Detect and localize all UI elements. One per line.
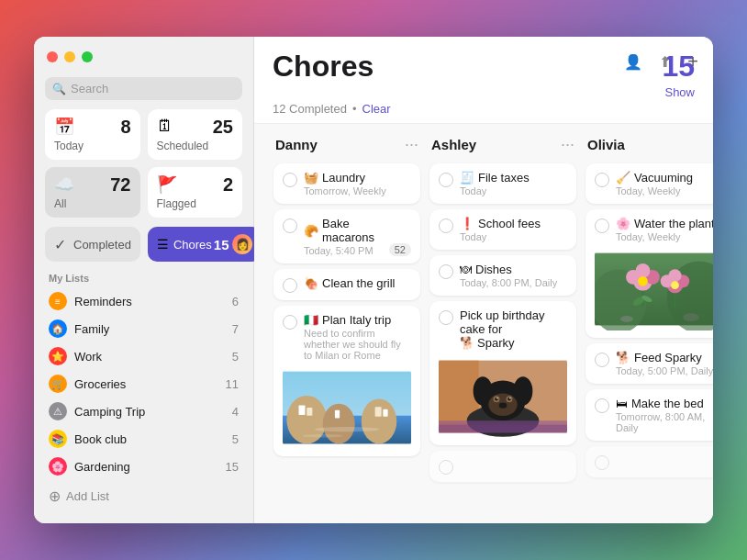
- list-item-work[interactable]: ⭐ Work 5: [45, 342, 242, 370]
- export-icon[interactable]: ⬆: [655, 48, 675, 76]
- svg-rect-27: [439, 425, 567, 433]
- task-water-plants[interactable]: 🌸 Water the plants Today, Weekly: [585, 209, 713, 338]
- svg-point-10: [315, 427, 379, 431]
- groceries-count: 11: [226, 377, 239, 391]
- family-count: 7: [232, 322, 239, 336]
- clear-button[interactable]: Clear: [362, 102, 391, 116]
- camping-dot: ⚠: [49, 402, 67, 420]
- smart-item-scheduled[interactable]: 🗓 25 Scheduled: [148, 109, 243, 160]
- completed-item[interactable]: ✓ Completed: [45, 227, 140, 262]
- smart-item-all[interactable]: ☁️ 72 All: [45, 167, 140, 218]
- svg-point-46: [683, 313, 699, 321]
- task-circle[interactable]: [283, 173, 297, 187]
- danny-more-icon[interactable]: ···: [405, 135, 418, 154]
- task-circle[interactable]: [595, 353, 609, 367]
- grill-title: Clean the grill: [322, 276, 396, 290]
- vacuuming-title: Vacuuming: [634, 171, 693, 185]
- svg-rect-5: [299, 405, 306, 415]
- task-circle[interactable]: [439, 173, 453, 187]
- list-item-reminders[interactable]: ≡ Reminders 6: [45, 287, 242, 315]
- task-circle[interactable]: [439, 264, 453, 279]
- family-name: Family: [74, 322, 109, 336]
- task-taxes[interactable]: 🧾 File taxes Today: [429, 163, 576, 204]
- task-laundry[interactable]: 🧺 Laundry Tomorrow, Weekly: [273, 163, 420, 204]
- macarons-title: Bake macarons: [322, 217, 383, 244]
- dog-image: [439, 355, 567, 438]
- task-make-bed[interactable]: 🛏 Make the bed Tomorrow, 8:00 AM, Daily: [585, 389, 713, 441]
- list-item-groceries[interactable]: 🛒 Groceries 11: [45, 370, 242, 398]
- macarons-emoji: 🥐: [304, 224, 318, 238]
- plants-sub: Today, Weekly: [616, 231, 713, 242]
- task-circle[interactable]: [283, 315, 297, 330]
- chores-label: Chores: [173, 238, 212, 252]
- task-grill[interactable]: 🍖 Clean the grill: [273, 269, 420, 300]
- svg-rect-42: [675, 293, 676, 308]
- task-school-fees[interactable]: ❗ School fees Today: [429, 209, 576, 250]
- task-birthday-cake[interactable]: Pick up birthday cake for 🐕 Sparky: [429, 301, 576, 445]
- task-feed-sparky[interactable]: 🐕 Feed Sparky Today, 5:00 PM, Daily: [585, 343, 713, 384]
- share-icon[interactable]: 👤: [620, 48, 646, 76]
- task-circle[interactable]: [439, 460, 453, 475]
- bed-emoji: 🛏: [616, 397, 628, 410]
- plants-emoji: 🌸: [616, 217, 630, 230]
- feed-title: Feed Sparky: [634, 351, 702, 364]
- task-placeholder-olivia[interactable]: [585, 446, 713, 477]
- svg-point-40: [671, 281, 679, 289]
- svg-point-25: [499, 403, 507, 409]
- maximize-button[interactable]: [82, 51, 93, 62]
- task-macarons[interactable]: 🥐 Bake macarons Today, 5:40 PM 52: [273, 209, 420, 263]
- cake-sparky: Sparky: [477, 336, 514, 350]
- svg-point-35: [638, 276, 648, 286]
- task-vacuuming[interactable]: 🧹 Vacuuming Today, Weekly: [585, 163, 713, 204]
- gardening-count: 15: [226, 460, 239, 474]
- gardening-name: Gardening: [74, 460, 130, 474]
- svg-point-11: [303, 434, 343, 438]
- task-circle[interactable]: [595, 398, 609, 413]
- task-circle[interactable]: [283, 278, 297, 293]
- task-circle[interactable]: [439, 310, 453, 325]
- close-button[interactable]: [47, 51, 58, 62]
- list-item-camping[interactable]: ⚠ Camping Trip 4: [45, 398, 242, 425]
- task-placeholder-ashley[interactable]: [429, 451, 576, 482]
- search-input[interactable]: Search: [71, 82, 108, 95]
- column-header-olivia: Olivia ···: [585, 135, 713, 158]
- taxes-sub: Today: [460, 185, 530, 196]
- add-icon[interactable]: +: [684, 48, 702, 76]
- groceries-dot: 🛒: [49, 375, 67, 393]
- laundry-emoji: 🧺: [304, 171, 318, 185]
- ashley-more-icon[interactable]: ···: [561, 135, 574, 154]
- show-button[interactable]: Show: [664, 85, 695, 99]
- task-circle[interactable]: [595, 455, 609, 470]
- list-item-family[interactable]: 🏠 Family 7: [45, 315, 242, 342]
- list-item-bookclub[interactable]: 📚 Book club 5: [45, 425, 242, 453]
- chores-active-item[interactable]: ☰ Chores 15 👩: [148, 227, 262, 262]
- task-italy[interactable]: 🇮🇹 Plan Italy trip Need to confirm wheth…: [273, 306, 420, 456]
- list-item-gardening[interactable]: 🌸 Gardening 15: [45, 453, 242, 480]
- minimize-button[interactable]: [64, 51, 75, 62]
- columns-area: Danny ··· 🧺 Laundry Tomorrow, Weekly: [254, 124, 713, 523]
- vacuuming-emoji: 🧹: [616, 171, 630, 185]
- svg-point-4: [362, 398, 397, 443]
- svg-point-45: [620, 316, 633, 322]
- smart-item-today[interactable]: 📅 8 Today: [45, 109, 140, 160]
- bookclub-name: Book club: [74, 432, 127, 446]
- all-label: All: [54, 197, 131, 210]
- smart-item-flagged[interactable]: 🚩 2 Flagged: [148, 167, 243, 218]
- laundry-title: Laundry: [322, 171, 365, 185]
- work-name: Work: [74, 350, 102, 364]
- italy-title: Plan Italy trip: [322, 313, 391, 327]
- list-items: ≡ Reminders 6 🏠 Family 7 ⭐ Work 5: [34, 287, 253, 480]
- add-list[interactable]: ⊕ Add List: [34, 482, 253, 510]
- search-bar[interactable]: 🔍 Search: [45, 77, 242, 100]
- title-bar: [34, 37, 253, 77]
- task-dishes[interactable]: 🍽 Dishes Today, 8:00 PM, Daily: [429, 255, 576, 296]
- task-circle[interactable]: [439, 218, 453, 233]
- app-window: 🔍 Search 📅 8 Today 🗓 25 Scheduled: [34, 37, 713, 523]
- task-circle[interactable]: [595, 218, 609, 233]
- scheduled-icon: 🗓: [157, 117, 173, 136]
- task-circle[interactable]: [283, 218, 297, 233]
- main-title: Chores: [273, 50, 374, 84]
- add-list-icon: ⊕: [49, 487, 61, 505]
- task-circle[interactable]: [595, 173, 609, 187]
- completed-label: Completed: [73, 238, 131, 252]
